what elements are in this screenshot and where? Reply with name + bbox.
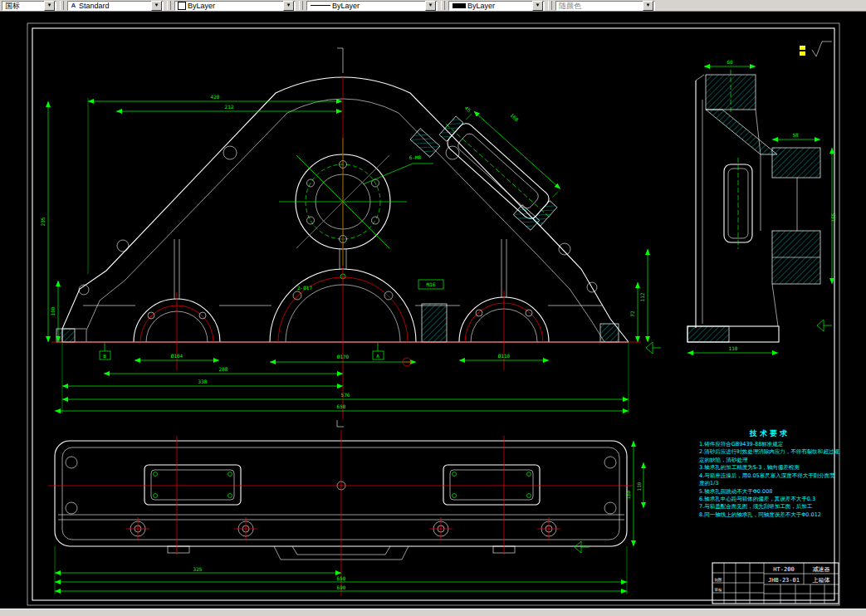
svg-text:650: 650 [337, 403, 346, 409]
svg-text:420: 420 [211, 94, 220, 100]
svg-text:Ø104: Ø104 [171, 353, 183, 359]
svg-text:165: 165 [830, 213, 836, 222]
svg-text:Ø110: Ø110 [498, 353, 511, 359]
chevron-down-icon[interactable]: ▼ [151, 1, 162, 11]
svg-text:576: 576 [341, 392, 350, 398]
toolbar-separator [299, 1, 303, 10]
linetype-icon [311, 5, 330, 6]
project-name: 减速器 [813, 566, 830, 573]
svg-text:690: 690 [337, 584, 346, 590]
material-value: HT-200 [773, 566, 794, 573]
svg-text:58: 58 [792, 132, 799, 138]
svg-text:Ø170: Ø170 [337, 354, 350, 359]
status-bar [0, 609, 866, 616]
svg-text:B: B [103, 353, 106, 359]
cad-drawing[interactable]: 420212235100Ø104Ø170Ø1102883385766507211… [0, 12, 866, 609]
text-style-value: Standard [77, 2, 150, 10]
tech-notes-lines: 1.铸件应符合GB9439-88标准规定2.清砂后应进行时效处理消除内应力，不得… [699, 441, 840, 519]
svg-text:325: 325 [193, 566, 203, 572]
svg-text:72: 72 [629, 310, 635, 317]
svg-text:650: 650 [337, 575, 346, 581]
svg-text:160: 160 [625, 490, 631, 499]
chevron-down-icon[interactable]: ▼ [425, 1, 436, 11]
titleblock-label-draw: 制图 [715, 578, 722, 582]
svg-text:288: 288 [219, 366, 228, 372]
svg-text:338: 338 [198, 379, 208, 384]
layer-combo[interactable]: 国标 ▼ [2, 1, 56, 11]
surface-finish-symbol[interactable] [800, 42, 832, 56]
svg-text:168: 168 [509, 112, 520, 123]
color-combo-value: ByLayer [186, 2, 282, 10]
linetype-combo[interactable]: ByLayer ▼ [306, 1, 438, 11]
text-style-icon: A [70, 2, 77, 9]
svg-text:M16: M16 [427, 281, 436, 287]
linetype-combo-value: ByLayer [330, 2, 424, 10]
titleblock-label-check: 审核 [715, 588, 723, 592]
front-view[interactable] [51, 48, 641, 427]
lineweight-combo[interactable]: ByLayer ▼ [448, 1, 545, 11]
svg-text:60: 60 [727, 59, 733, 65]
toolbar-separator [548, 1, 552, 10]
svg-text:110: 110 [729, 345, 738, 351]
chevron-down-icon[interactable]: ▼ [44, 1, 55, 11]
toolbar-separator [441, 1, 445, 10]
svg-text:100: 100 [50, 306, 56, 315]
layer-combo-value: 国标 [3, 2, 43, 10]
title-block[interactable]: HT-200 减速器 JHB-23-01 上箱体 制图 审核 [712, 563, 839, 604]
color-swatch-icon [178, 2, 186, 10]
object-properties-toolbar: 国标 ▼ A Standard ▼ ByLayer ▼ ByLayer ▼ By… [0, 0, 866, 12]
chevron-down-icon[interactable]: ▼ [532, 1, 543, 11]
lineweight-icon [453, 3, 466, 8]
flange-bolt-holes [126, 517, 560, 540]
chevron-down-icon[interactable]: ▼ [283, 1, 294, 11]
plotstyle-combo-value: 随颜色 [557, 2, 642, 10]
oil-window[interactable] [435, 103, 570, 230]
part-name: 上箱体 [813, 577, 830, 584]
svg-text:212: 212 [225, 104, 234, 110]
plotstyle-combo[interactable]: 随颜色 ▼ [555, 1, 655, 11]
svg-text:45: 45 [464, 105, 472, 113]
plan-view[interactable] [48, 430, 643, 596]
svg-text:110: 110 [636, 482, 642, 491]
drawing-canvas[interactable]: 420212235100Ø104Ø170Ø1102883385766507211… [0, 12, 866, 609]
chevron-down-icon[interactable]: ▼ [643, 1, 653, 11]
lineweight-combo-value: ByLayer [466, 2, 531, 10]
svg-text:235: 235 [40, 217, 46, 226]
technical-requirements-title: 技术要求 [699, 428, 840, 439]
svg-text:A: A [376, 353, 379, 359]
toolbar-separator [60, 1, 64, 10]
svg-text:112: 112 [639, 292, 645, 301]
toolbar-separator [167, 1, 171, 10]
svg-text:2-Ø17: 2-Ø17 [297, 285, 312, 291]
drawing-number: JHB-23-01 [768, 577, 800, 584]
text-style-combo[interactable]: A Standard ▼ [67, 1, 164, 11]
side-section-view[interactable] [687, 66, 832, 353]
color-combo[interactable]: ByLayer ▼ [174, 1, 296, 11]
svg-text:6-M8: 6-M8 [409, 154, 422, 160]
technical-requirements: 技术要求 1.铸件应符合GB9439-88标准规定2.清砂后应进行时效处理消除内… [699, 428, 840, 519]
